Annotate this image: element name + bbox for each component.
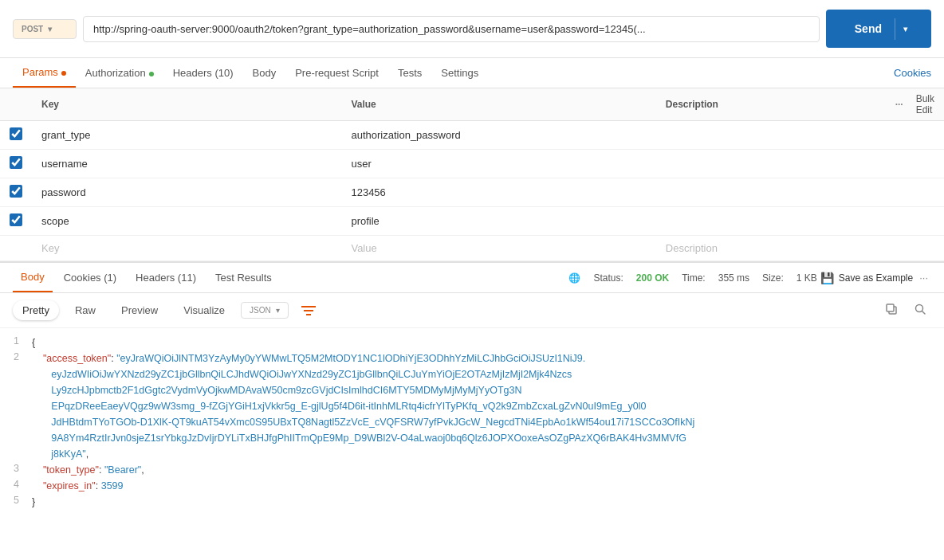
url-input[interactable]	[83, 16, 820, 42]
save-label: Save as Example	[839, 272, 913, 284]
bulk-edit-button[interactable]: Bulk Edit	[916, 93, 934, 116]
row3-desc[interactable]	[656, 178, 879, 207]
format-bar: Pretty Raw Preview Visualize JSON ▾	[0, 293, 944, 328]
line-content-2: "access_token": "eyJraWQiOiJlNTM3YzAyMy0…	[32, 350, 944, 462]
request-tabs: Params Authorization Headers (10) Body P…	[0, 58, 944, 88]
row2-desc[interactable]	[656, 150, 879, 178]
row1-checkbox[interactable]	[10, 127, 22, 140]
table-row: scope profile	[0, 207, 944, 236]
json-chevron-icon: ▾	[276, 306, 280, 315]
tab-body[interactable]: Body	[243, 59, 286, 87]
method-label: POST	[22, 25, 43, 33]
code-line-1: 1 {	[0, 335, 944, 350]
cookies-link[interactable]: Cookies	[894, 67, 931, 79]
copy-button[interactable]	[880, 300, 903, 321]
top-bar: POST ▾ Send ▾	[0, 0, 944, 58]
auth-dot	[149, 72, 154, 76]
table-row: username user	[0, 150, 944, 178]
row4-checkbox[interactable]	[10, 213, 22, 226]
tab-params[interactable]: Params	[13, 58, 76, 88]
th-value: Value	[341, 88, 655, 121]
send-chevron-icon: ▾	[895, 18, 915, 40]
more-icon[interactable]: ···	[889, 99, 910, 110]
status-code: 200 OK	[636, 272, 669, 284]
save-icon: 💾	[820, 272, 834, 284]
params-section: Key Value Description ··· Bulk Edit gran…	[0, 88, 944, 261]
json-label: JSON	[250, 306, 271, 315]
code-line-5: 5 }	[0, 494, 944, 510]
line-num-3: 3	[0, 462, 32, 474]
code-line-2: 2 "access_token": "eyJraWQiOiJlNTM3YzAyM…	[0, 350, 944, 462]
row3-value[interactable]: 123456	[341, 178, 655, 207]
row1-key[interactable]: grant_type	[32, 121, 341, 150]
size-label: Size:	[762, 272, 784, 284]
line-num-1: 1	[0, 335, 32, 347]
method-select[interactable]: POST ▾	[13, 19, 77, 39]
tab-settings[interactable]: Settings	[431, 59, 488, 87]
th-checkbox	[0, 88, 32, 121]
filter-icon[interactable]	[295, 302, 322, 319]
json-format-select[interactable]: JSON ▾	[241, 302, 289, 319]
table-row: grant_type authorization_password	[0, 121, 944, 150]
row3-key[interactable]: password	[32, 178, 341, 207]
status-bar: 🌐 Status: 200 OK Time: 355 ms Size: 1 KB	[568, 272, 816, 284]
tab-authorization[interactable]: Authorization	[76, 59, 163, 87]
body-tab-cookies[interactable]: Cookies (1)	[56, 264, 124, 292]
row4-value[interactable]: profile	[341, 207, 655, 236]
preview-button[interactable]: Preview	[112, 300, 167, 320]
body-tab-body[interactable]: Body	[13, 263, 53, 292]
svg-rect-4	[887, 304, 894, 311]
line-content-1: {	[32, 335, 944, 350]
params-table: Key Value Description ··· Bulk Edit gran…	[0, 88, 944, 261]
th-description: Description	[656, 88, 879, 121]
globe-icon: 🌐	[568, 272, 580, 284]
row1-value[interactable]: authorization_password	[341, 121, 655, 150]
line-num-2: 2	[0, 350, 32, 362]
method-chevron-icon: ▾	[48, 25, 52, 33]
line-content-3: "token_type": "Bearer",	[32, 462, 944, 478]
pretty-button[interactable]: Pretty	[13, 300, 59, 320]
send-label: Send	[842, 16, 895, 41]
tab-prerequest[interactable]: Pre-request Script	[285, 59, 388, 87]
time-value: 355 ms	[718, 272, 749, 284]
row4-key[interactable]: scope	[32, 207, 341, 236]
search-button[interactable]	[909, 300, 931, 321]
tab-headers[interactable]: Headers (10)	[163, 59, 243, 87]
placeholder-row: Key Value Description	[0, 236, 944, 261]
line-num-5: 5	[0, 494, 32, 506]
line-num-4: 4	[0, 478, 32, 490]
row2-value[interactable]: user	[341, 150, 655, 178]
line-content-4: "expires_in": 3599	[32, 478, 944, 494]
send-button[interactable]: Send ▾	[826, 10, 931, 48]
placeholder-key[interactable]: Key	[32, 236, 341, 261]
placeholder-value[interactable]: Value	[341, 236, 655, 261]
params-dot	[61, 71, 66, 76]
tab-tests[interactable]: Tests	[388, 59, 431, 87]
row4-desc[interactable]	[656, 207, 879, 236]
body-tab-test-results[interactable]: Test Results	[207, 264, 280, 292]
visualize-button[interactable]: Visualize	[174, 300, 234, 320]
row2-checkbox[interactable]	[10, 156, 22, 169]
code-line-4: 4 "expires_in": 3599	[0, 478, 944, 494]
table-row: password 123456	[0, 178, 944, 207]
raw-button[interactable]: Raw	[65, 300, 105, 320]
th-key: Key	[32, 88, 341, 121]
body-tabs: Body Cookies (1) Headers (11) Test Resul…	[0, 263, 944, 293]
row1-desc[interactable]	[656, 121, 879, 150]
th-bulk: ··· Bulk Edit	[879, 88, 944, 121]
row2-key[interactable]: username	[32, 150, 341, 178]
code-output: 1 { 2 "access_token": "eyJraWQiOiJlNTM3Y…	[0, 328, 944, 551]
placeholder-desc[interactable]: Description	[656, 236, 879, 261]
svg-line-6	[922, 311, 926, 315]
code-line-3: 3 "token_type": "Bearer",	[0, 462, 944, 478]
line-content-5: }	[32, 494, 944, 510]
body-tab-headers[interactable]: Headers (11)	[128, 264, 204, 292]
size-value: 1 KB	[796, 272, 817, 284]
status-label: Status:	[593, 272, 623, 284]
save-example-button[interactable]: 💾 Save as Example	[820, 272, 913, 284]
row3-checkbox[interactable]	[10, 185, 22, 198]
body-section: Body Cookies (1) Headers (11) Test Resul…	[0, 261, 944, 551]
more-options-button[interactable]: ···	[916, 272, 931, 284]
time-label: Time:	[682, 272, 706, 284]
